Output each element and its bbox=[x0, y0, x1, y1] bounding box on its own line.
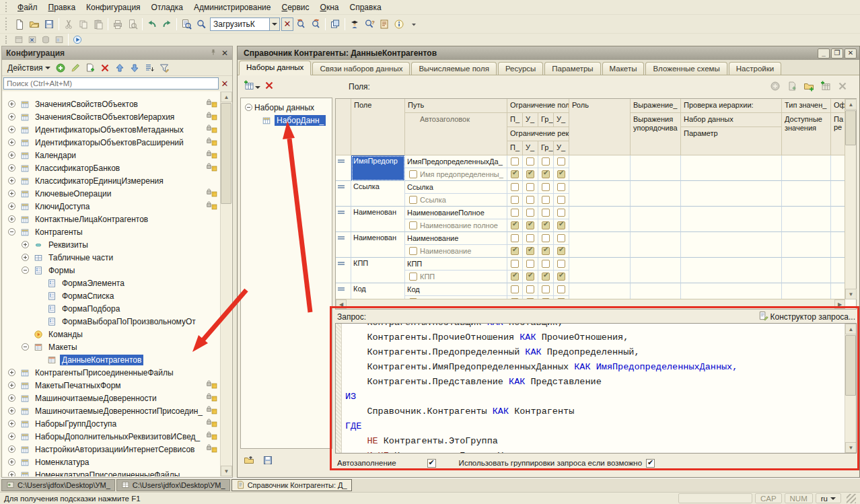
row-grip[interactable] bbox=[336, 283, 351, 299]
field-path-cell[interactable]: НаименованиеПолное bbox=[405, 207, 507, 219]
restriction-checkbox[interactable] bbox=[554, 258, 569, 271]
tree-item[interactable]: Номенклатура bbox=[3, 456, 221, 468]
tree-item[interactable]: ЗначенияСвойствОбъектов bbox=[3, 98, 221, 110]
add-document-disabled-icon[interactable] bbox=[785, 79, 799, 94]
tree-item[interactable]: НастройкиАвторизацииИнтернетСервисов bbox=[3, 443, 221, 456]
scroll-down-icon[interactable]: ▼ bbox=[221, 466, 232, 476]
delete-red-icon[interactable] bbox=[262, 78, 277, 93]
start-debug-icon[interactable] bbox=[71, 34, 84, 45]
expand-icon[interactable] bbox=[8, 177, 15, 184]
tab-1[interactable]: Связи наборов данных bbox=[312, 62, 410, 75]
tree-item-label[interactable]: МашиночитаемыеДоверенности bbox=[33, 393, 159, 404]
tree-item-label[interactable]: Контрагенты bbox=[33, 227, 85, 238]
tree-item[interactable]: МашиночитаемыеДоверенностиПрисоедин_ bbox=[3, 404, 221, 417]
row-grip[interactable] bbox=[336, 207, 351, 232]
field-name-cell[interactable]: Наименован bbox=[351, 232, 405, 258]
expand-icon[interactable] bbox=[8, 458, 15, 466]
field-path-cell[interactable]: Наименование bbox=[405, 232, 507, 245]
collapse-icon[interactable] bbox=[245, 104, 252, 111]
more-dropdown-icon[interactable] bbox=[406, 17, 421, 32]
grouping-checkbox[interactable] bbox=[646, 459, 655, 468]
tree-item-label[interactable]: ИдентификаторыОбъектовМетаданных bbox=[33, 124, 186, 135]
row-grip[interactable] bbox=[336, 181, 351, 207]
field-name-cell[interactable]: КПП bbox=[351, 258, 405, 283]
tree-item[interactable]: Контрагенты bbox=[3, 225, 221, 238]
tree-item[interactable]: Формы bbox=[3, 264, 221, 277]
column-header[interactable]: Оф bbox=[831, 99, 845, 113]
tree-item[interactable]: ФормаСписка bbox=[3, 289, 221, 302]
tree-item[interactable]: КлассификаторЕдиницИзмерения bbox=[3, 174, 221, 187]
empty-cell[interactable] bbox=[782, 155, 831, 181]
restriction-checkbox[interactable] bbox=[554, 232, 569, 245]
restriction-checkbox[interactable] bbox=[554, 181, 569, 194]
field-path-cell[interactable]: Код bbox=[405, 283, 507, 296]
scroll-up-icon[interactable]: ▲ bbox=[845, 324, 857, 334]
tree-item[interactable]: КонтактныеЛицаКонтрагентов bbox=[3, 213, 221, 225]
fields-table-hscroll[interactable]: ◀ ▶ bbox=[336, 299, 845, 309]
tree-item[interactable]: ФормаВыбораПоПроизвольномуОт bbox=[3, 315, 221, 328]
restriction-checkbox[interactable] bbox=[523, 219, 538, 232]
empty-cell[interactable] bbox=[569, 258, 631, 283]
field-name-cell[interactable]: Ссылка bbox=[351, 181, 405, 207]
column-header[interactable]: У_ bbox=[554, 113, 569, 127]
column-header[interactable]: Паре bbox=[831, 113, 845, 155]
empty-cell[interactable] bbox=[831, 181, 845, 207]
expand-icon[interactable] bbox=[8, 369, 15, 376]
search-input[interactable] bbox=[3, 77, 219, 89]
expand-icon[interactable] bbox=[8, 420, 15, 427]
expand-icon[interactable] bbox=[8, 126, 15, 133]
empty-cell[interactable] bbox=[681, 181, 782, 207]
menu-item[interactable]: Отладка bbox=[146, 1, 188, 13]
sort-list-icon[interactable] bbox=[142, 61, 157, 75]
restriction-checkbox[interactable] bbox=[507, 283, 523, 296]
find-in-text-icon[interactable] bbox=[179, 17, 194, 32]
tree-item[interactable]: НаборыДополнительныхРеквизитовИСвед_ bbox=[3, 430, 221, 443]
expand-icon[interactable] bbox=[8, 471, 15, 476]
clear-search-icon[interactable]: ✕ bbox=[281, 17, 293, 31]
window-close-icon[interactable] bbox=[26, 34, 39, 45]
expand-icon[interactable] bbox=[8, 445, 15, 453]
field-path-cell[interactable]: Ссылка bbox=[405, 181, 507, 194]
tree-item-label[interactable]: ЗначенияСвойствОбъектовИерархия bbox=[33, 112, 176, 122]
restriction-checkbox[interactable] bbox=[538, 168, 554, 181]
menu-item[interactable]: Правка bbox=[43, 1, 81, 13]
restriction-checkbox[interactable] bbox=[507, 258, 523, 271]
expand-icon[interactable] bbox=[8, 113, 15, 120]
column-header[interactable] bbox=[336, 99, 351, 155]
scroll-up-icon[interactable]: ▲ bbox=[221, 92, 232, 102]
new-document-icon[interactable] bbox=[12, 17, 27, 32]
field-name-cell[interactable]: Наименован bbox=[351, 207, 405, 232]
move-down-icon[interactable] bbox=[127, 61, 142, 75]
column-header[interactable]: Автозаголовок bbox=[405, 113, 507, 155]
field-name-cell[interactable]: ИмяПредопр bbox=[351, 155, 405, 181]
restriction-checkbox[interactable] bbox=[554, 283, 569, 296]
filter-funnel-icon[interactable] bbox=[157, 61, 172, 75]
column-header[interactable]: П_ bbox=[507, 141, 523, 155]
empty-cell[interactable] bbox=[569, 232, 631, 258]
restriction-checkbox[interactable] bbox=[507, 207, 523, 219]
tree-item[interactable]: ФормаЭлемента bbox=[3, 277, 221, 289]
empty-cell[interactable] bbox=[569, 283, 631, 299]
tab-6[interactable]: Вложенные схемы bbox=[645, 62, 727, 75]
column-header[interactable]: Путь bbox=[405, 99, 507, 113]
add-green-icon[interactable] bbox=[53, 61, 68, 75]
empty-cell[interactable] bbox=[681, 232, 782, 258]
restriction-checkbox[interactable] bbox=[523, 207, 538, 219]
save-query-icon[interactable] bbox=[260, 453, 275, 468]
tree-item[interactable]: НоменклатураПрисоединенныеФайлы bbox=[3, 468, 221, 476]
column-header[interactable]: У_ bbox=[523, 141, 538, 155]
tree-item[interactable]: ФормаПодбора bbox=[3, 302, 221, 315]
empty-cell[interactable] bbox=[831, 258, 845, 283]
check-configuration-icon[interactable] bbox=[347, 17, 362, 32]
tree-item[interactable]: КонтрагентыПрисоединенныеФайлы bbox=[3, 366, 221, 379]
restriction-checkbox[interactable] bbox=[538, 194, 554, 207]
menu-item[interactable]: Администрирование bbox=[188, 1, 276, 13]
tree-item-label[interactable]: НоменклатураПрисоединенныеФайлы bbox=[33, 470, 182, 477]
scroll-thumb[interactable] bbox=[845, 110, 856, 145]
empty-cell[interactable] bbox=[631, 207, 681, 232]
column-header[interactable]: Выражение_ bbox=[631, 99, 681, 113]
field-title-cell[interactable]: Ссылка bbox=[405, 194, 507, 207]
column-header[interactable]: Гр_ bbox=[538, 141, 554, 155]
collapse-icon[interactable] bbox=[22, 266, 29, 274]
tree-item-label[interactable]: МашиночитаемыеДоверенностиПрисоедин_ bbox=[33, 406, 205, 417]
